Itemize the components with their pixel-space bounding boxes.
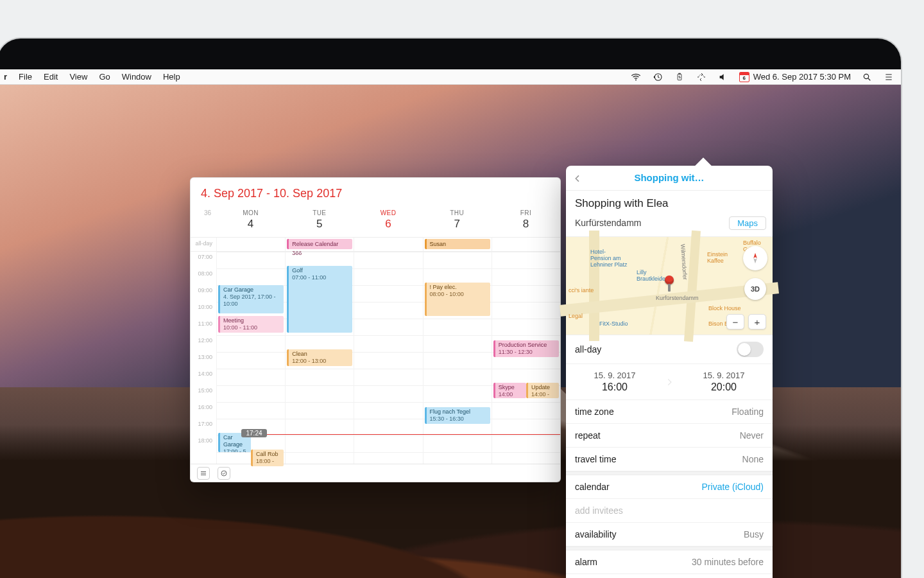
svg-rect-3 [679, 73, 680, 74]
alarm-row-2[interactable]: alarmNone [566, 574, 773, 578]
start-datetime[interactable]: 15. 9. 2017 16:00 [566, 364, 663, 399]
back-button[interactable] [572, 172, 583, 185]
allday-cell-wed[interactable] [354, 238, 422, 251]
calendar-footer [191, 464, 560, 482]
map-pin-icon [665, 276, 674, 285]
map-label: FitX-Studio [599, 320, 628, 327]
event-location[interactable]: Kurfürstendamm [575, 218, 641, 228]
map-label: Block House [708, 305, 741, 311]
date-range-title: 4. Sep 2017 - 10. Sep 2017 [191, 178, 560, 206]
day-header-row: 36 MON4TUE5WED6THU7FRI8 [191, 206, 560, 238]
sidebar-toggle-button[interactable] [197, 467, 210, 480]
all-day-toggle[interactable] [737, 342, 764, 357]
day-column-wed[interactable] [354, 252, 422, 464]
popover-header: Shopping wit… [566, 166, 773, 191]
menu-go[interactable]: Go [99, 72, 110, 82]
alarm-row-1[interactable]: alarm30 minutes before [566, 550, 773, 574]
calendar-event[interactable]: Meeting10:00 - 11:00 [218, 316, 284, 333]
day-column-fri[interactable]: Production Service11:30 - 12:30Skype14:0… [492, 252, 560, 464]
menu-file[interactable]: File [19, 72, 32, 82]
current-time-line: 17:24 [242, 434, 560, 435]
laptop-bezel: r File Edit View Go Window Help [0, 39, 901, 578]
svg-point-4 [864, 74, 868, 78]
menubar: r File Edit View Go Window Help [0, 69, 901, 85]
event-detail-popover: Shopping wit… Shopping with Elea Kurfürs… [566, 166, 773, 578]
svg-point-0 [635, 79, 637, 80]
map-zoom-in-button[interactable]: + [748, 314, 766, 329]
map-label: Wilmersdorfer [680, 243, 689, 280]
tasks-toggle-button[interactable] [218, 467, 230, 480]
calendar-grid: 07:0008:0009:0010:0011:0012:0013:0014:00… [191, 252, 560, 464]
map-label: Lilly Brautkleider [637, 269, 667, 282]
all-day-label: all-day [191, 238, 216, 251]
date-time-row[interactable]: 15. 9. 2017 16:00 15. 9. 2017 20:00 [566, 364, 773, 400]
calendar-event[interactable]: Golf07:00 - 11:00 [287, 266, 352, 333]
menubar-datetime: Wed 6. Sep 2017 5:30 PM [753, 72, 851, 82]
wifi-icon[interactable] [630, 71, 642, 83]
day-header[interactable]: WED6 [354, 206, 422, 237]
day-header[interactable]: MON4 [216, 206, 285, 237]
calendar-badge-icon: 6 [739, 72, 749, 82]
allday-cell-mon[interactable] [216, 238, 285, 251]
map-label: Hotel- Pension am Lehniner Platz [590, 249, 628, 268]
chevron-right-icon [663, 364, 675, 399]
calendar-event[interactable]: Car Garage4. Sep 2017, 17:00 - 10:00 [218, 285, 284, 313]
repeat-row[interactable]: repeatNever [566, 424, 773, 448]
spotlight-icon[interactable] [861, 71, 873, 83]
allday-event[interactable]: Release Calendar 366 [287, 239, 352, 249]
menu-view[interactable]: View [69, 72, 87, 82]
allday-cell-thu[interactable]: Susan [423, 238, 492, 251]
day-header[interactable]: FRI8 [492, 206, 560, 237]
popover-header-title: Shopping wit… [634, 172, 704, 183]
timemachine-icon[interactable] [652, 71, 663, 83]
availability-row[interactable]: availabilityBusy [566, 523, 773, 547]
day-columns: Car Garage4. Sep 2017, 17:00 - 10:00Meet… [216, 252, 560, 464]
map-label: Legal [569, 313, 583, 319]
calendar-row[interactable]: calendarPrivate (iCloud) [566, 475, 773, 499]
calendar-event[interactable]: Update14:00 - [526, 383, 559, 398]
map-zoom-out-button[interactable]: − [726, 314, 744, 329]
map-preview[interactable]: Hotel- Pension am Lehniner Platz Lilly B… [566, 236, 773, 336]
map-label: Kurfürstendamm [656, 295, 699, 301]
open-maps-button[interactable]: Maps [729, 216, 766, 230]
calendar-event[interactable]: Flug nach Tegel15:30 - 16:30 [425, 407, 490, 424]
sync-icon[interactable] [696, 71, 707, 83]
day-column-thu[interactable]: ! Pay elec.08:00 - 10:00Flug nach Tegel1… [423, 252, 492, 464]
map-label: cci's iante [569, 287, 594, 293]
calendar-event[interactable]: Clean12:00 - 13:00 [287, 349, 352, 366]
calendar-window: 4. Sep 2017 - 10. Sep 2017 36 MON4TUE5WE… [190, 177, 561, 482]
app-name-suffix: r [4, 72, 7, 82]
allday-event[interactable]: Susan [425, 239, 490, 249]
notification-center-icon[interactable] [883, 71, 894, 83]
allday-cell-fri[interactable] [492, 238, 560, 251]
day-column-tue[interactable]: Golf07:00 - 11:00Clean12:00 - 13:00 [285, 252, 354, 464]
map-label: Einstein Kaffee [707, 251, 728, 264]
day-header[interactable]: TUE5 [285, 206, 354, 237]
calendar-event[interactable]: Skype14:00 [493, 383, 526, 398]
add-invitees-field[interactable]: add invitees [566, 499, 773, 523]
all-day-row: all-day Release Calendar 366 Susan [191, 238, 560, 252]
allday-cell-tue[interactable]: Release Calendar 366 [285, 238, 354, 251]
end-datetime[interactable]: 15. 9. 2017 20:00 [675, 364, 773, 399]
hours-gutter: 07:0008:0009:0010:0011:0012:0013:0014:00… [191, 252, 216, 464]
menu-window[interactable]: Window [122, 72, 151, 82]
map-3d-button[interactable]: 3D [744, 278, 766, 300]
screen: r File Edit View Go Window Help [0, 69, 901, 578]
menubar-calendar-widget[interactable]: 6 Wed 6. Sep 2017 5:30 PM [739, 72, 851, 82]
day-header[interactable]: THU7 [423, 206, 492, 237]
event-title[interactable]: Shopping with Elea [566, 191, 773, 214]
all-day-label: all-day [575, 344, 601, 355]
week-number: 36 [191, 206, 216, 237]
timezone-row[interactable]: time zoneFloating [566, 400, 773, 424]
map-compass-icon[interactable] [743, 246, 767, 270]
volume-icon[interactable] [717, 71, 729, 83]
travel-time-row[interactable]: travel timeNone [566, 448, 773, 471]
battery-icon[interactable] [674, 71, 685, 83]
menu-edit[interactable]: Edit [44, 72, 58, 82]
calendar-event[interactable]: Production Service11:30 - 12:30 [493, 340, 559, 357]
calendar-event[interactable]: Call Rob18:00 - 19:00 [251, 450, 284, 466]
menu-help[interactable]: Help [163, 72, 180, 82]
svg-point-5 [221, 471, 227, 476]
current-time-badge: 17:24 [241, 429, 267, 437]
calendar-event[interactable]: ! Pay elec.08:00 - 10:00 [425, 283, 490, 316]
